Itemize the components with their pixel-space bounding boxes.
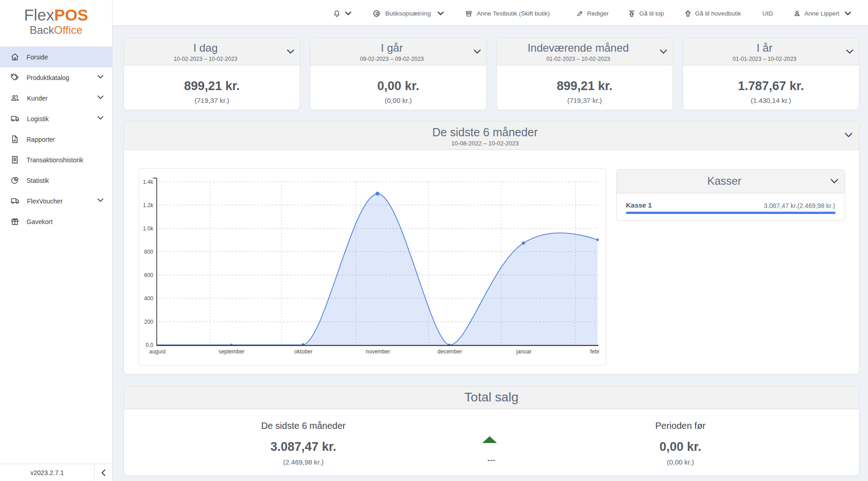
svg-text:800: 800 xyxy=(144,249,153,255)
svg-text:200: 200 xyxy=(144,319,153,325)
svg-text:januar: januar xyxy=(516,348,531,355)
svg-text:september: september xyxy=(219,348,245,355)
svg-text:august: august xyxy=(149,348,166,355)
svg-text:febr: febr xyxy=(590,348,600,355)
svg-text:oktober: oktober xyxy=(294,348,313,355)
svg-text:december: december xyxy=(437,348,462,355)
svg-text:400: 400 xyxy=(144,295,153,302)
svg-text:600: 600 xyxy=(144,272,153,278)
svg-text:november: november xyxy=(366,348,390,355)
svg-text:1.4k: 1.4k xyxy=(143,179,154,185)
svg-text:1.0k: 1.0k xyxy=(143,225,154,232)
svg-text:1.2k: 1.2k xyxy=(143,202,154,208)
svg-text:0.0: 0.0 xyxy=(146,342,153,348)
